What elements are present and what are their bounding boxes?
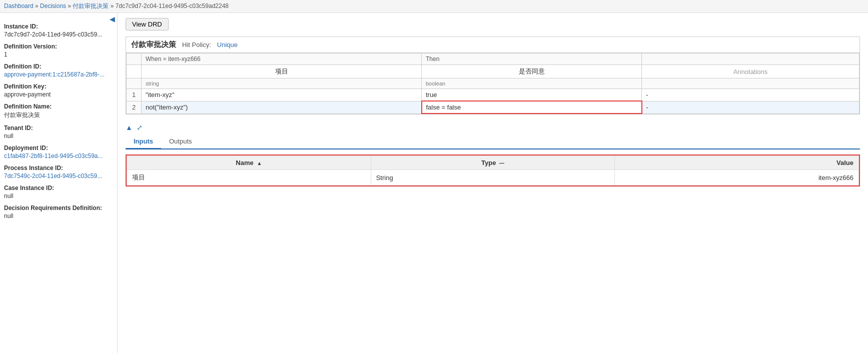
- row2-col1: not("item-xyz"): [142, 101, 422, 114]
- breadcrumb-instance-id: 7dc7c9d7-2c04-11ed-9495-c03c59ad2248: [116, 2, 229, 10]
- table-row: 2 not("item-xyz") false = false -: [127, 101, 859, 114]
- deployment-id-value[interactable]: c1fab487-2bf8-11ed-9495-c03c59a...: [4, 152, 113, 160]
- definition-version-label: Definition Version:: [4, 43, 113, 50]
- inputs-table-highlighted-wrapper: Name ▲ Type — Value 项目 String item-xyz66…: [126, 154, 860, 186]
- table-row: 1 "item-xyz" true -: [127, 89, 859, 102]
- sidebar-field-tenant-id: Tenant ID: null: [4, 124, 113, 140]
- col-type-header: Type —: [371, 156, 615, 170]
- inputs-table-header-row: Name ▲ Type — Value: [127, 156, 859, 170]
- row1-col2: true: [422, 89, 642, 102]
- tab-inputs[interactable]: Inputs: [126, 134, 161, 150]
- sidebar-field-instance-id: Instance ID: 7dc7c9d7-2c04-11ed-9495-c03…: [4, 23, 113, 38]
- col2-header: 是否同意: [422, 65, 642, 78]
- definition-name-label: Definition Name:: [4, 103, 113, 110]
- sidebar-field-definition-name: Definition Name: 付款审批决策: [4, 103, 113, 120]
- input-name: 项目: [127, 170, 371, 186]
- tabs: Inputs Outputs: [126, 134, 860, 150]
- row2-col2-highlighted: false = false: [422, 101, 642, 114]
- inputs-table: Name ▲ Type — Value 项目 String item-xyz66…: [127, 156, 859, 186]
- when-header: [127, 54, 142, 65]
- case-instance-id-value: null: [4, 192, 113, 200]
- row-num-header: [127, 65, 142, 78]
- when-label: When = item-xyz666: [142, 54, 422, 65]
- name-sort-asc-icon[interactable]: ▲: [257, 160, 262, 166]
- breadcrumb-dashboard[interactable]: Dashboard: [4, 2, 34, 10]
- col3-header: Annotations: [642, 65, 859, 78]
- instance-id-value: 7dc7c9d7-2c04-11ed-9495-c03c59...: [4, 31, 113, 38]
- col1-header: 项目: [142, 65, 422, 78]
- sidebar-field-case-instance-id: Case Instance ID: null: [4, 184, 113, 200]
- input-type: String: [371, 170, 615, 186]
- hit-policy-label: Hit Policy:: [182, 41, 211, 48]
- drd-value: null: [4, 212, 113, 220]
- definition-name-value: 付款审批决策: [4, 111, 113, 120]
- breadcrumb-decisions[interactable]: Decisions: [40, 2, 66, 10]
- col2-type: boolean: [422, 78, 642, 89]
- collapse-icon: ▲: [126, 124, 133, 132]
- type-sort-icon[interactable]: —: [499, 160, 504, 166]
- case-instance-id-label: Case Instance ID:: [4, 184, 113, 192]
- sidebar-field-deployment-id: Deployment ID: c1fab487-2bf8-11ed-9495-c…: [4, 144, 113, 160]
- input-value: item-xyz666: [615, 170, 859, 186]
- definition-key-label: Definition Key:: [4, 83, 113, 90]
- expand-icon: ⤢: [137, 124, 143, 132]
- instance-id-label: Instance ID:: [4, 23, 113, 30]
- breadcrumb-decision-name[interactable]: 付款审批决策: [73, 2, 109, 10]
- sidebar-field-process-instance-id: Process Instance ID: 7dc7549c-2c04-11ed-…: [4, 164, 113, 180]
- tab-outputs[interactable]: Outputs: [161, 134, 200, 150]
- col-value-header: Value: [615, 156, 859, 170]
- decision-table-header: 付款审批决策 Hit Policy: Unique: [126, 37, 859, 53]
- sidebar-toggle[interactable]: ◀: [110, 15, 115, 23]
- row-num-2: 2: [127, 101, 142, 114]
- sidebar-field-definition-id: Definition ID: approve-payment:1:c215687…: [4, 63, 113, 78]
- definition-version-value: 1: [4, 51, 113, 58]
- breadcrumb: Dashboard » Decisions » 付款审批决策 » 7dc7c9d…: [0, 0, 868, 13]
- col1-type: string: [142, 78, 422, 89]
- row1-col3: -: [642, 89, 859, 102]
- tenant-id-label: Tenant ID:: [4, 124, 113, 132]
- main-content: View DRD 付款审批决策 Hit Policy: Unique When …: [118, 13, 868, 353]
- row2-col3: -: [642, 101, 859, 114]
- row1-col1: "item-xyz": [142, 89, 422, 102]
- deployment-id-label: Deployment ID:: [4, 144, 113, 152]
- type-row-spacer: [127, 78, 142, 89]
- decision-table-name: 付款审批决策: [131, 40, 176, 50]
- view-drd-button[interactable]: View DRD: [126, 18, 169, 30]
- annotations-spacer: [642, 54, 859, 65]
- process-instance-id-value[interactable]: 7dc7549c-2c04-11ed-9495-c03c59...: [4, 172, 113, 180]
- divider-row[interactable]: ▲ ⤢: [126, 120, 860, 134]
- sidebar-field-definition-key: Definition Key: approve-payment: [4, 83, 113, 98]
- tenant-id-value: null: [4, 132, 113, 140]
- decision-table-wrapper: 付款审批决策 Hit Policy: Unique When = item-xy…: [126, 36, 860, 114]
- process-instance-id-label: Process Instance ID:: [4, 164, 113, 172]
- row-num-1: 1: [127, 89, 142, 102]
- hit-policy-value: Unique: [217, 41, 238, 48]
- sidebar-field-drd: Decision Requirements Definition: null: [4, 204, 113, 220]
- drd-label: Decision Requirements Definition:: [4, 204, 113, 212]
- definition-id-value[interactable]: approve-payment:1:c215687a-2bf8-...: [4, 71, 113, 78]
- then-label: Then: [422, 54, 642, 65]
- definition-key-value: approve-payment: [4, 91, 113, 98]
- decision-table: When = item-xyz666 Then 项目 是否同意 Annotati…: [126, 53, 859, 114]
- definition-id-label: Definition ID:: [4, 63, 113, 70]
- sidebar: ◀ Instance ID: 7dc7c9d7-2c04-11ed-9495-c…: [0, 13, 118, 353]
- col3-type: [642, 78, 859, 89]
- col-name-header: Name ▲: [127, 156, 371, 170]
- input-row: 项目 String item-xyz666: [127, 170, 859, 186]
- sidebar-field-definition-version: Definition Version: 1: [4, 43, 113, 58]
